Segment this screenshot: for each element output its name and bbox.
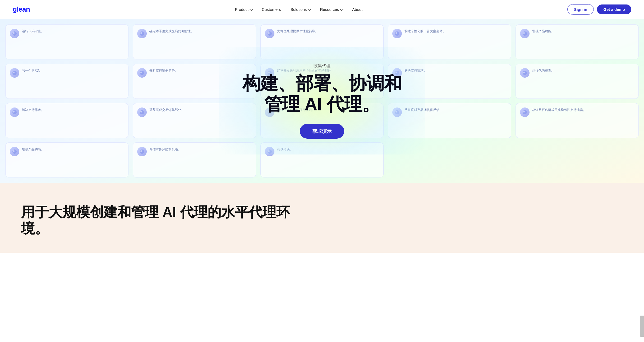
bg-card-icon [137,68,147,78]
chevron-down-icon [340,7,343,11]
bg-card-icon [10,147,19,156]
hero-section: 运行代码审查。 确定本季度完成交易的可能性。 为每位经理提供个性化辅导。 [0,19,644,183]
svg-point-6 [395,31,399,36]
bg-card-icon [520,68,530,78]
bg-card-icon [137,29,147,38]
bg-card-icon [520,107,530,117]
svg-point-8 [523,31,527,36]
svg-point-9 [523,32,525,34]
bg-card-icon [10,107,19,117]
bg-card: 运行代码审查。 [516,64,639,99]
bg-card-text: 写一个 PRD。 [22,68,42,73]
nav-label-resources: Resources [320,7,339,12]
nav-item-product[interactable]: Product [231,5,256,14]
bg-card-text: 构建个性化的广告文案变体。 [404,29,446,34]
bg-card-text: 分析支持案例趋势。 [149,68,178,73]
chevron-down-icon [249,7,253,11]
svg-point-2 [140,31,144,36]
hero-label: 收集代理 [240,63,404,69]
nav-item-about[interactable]: About [348,5,366,14]
bg-card-icon [137,147,147,156]
svg-point-12 [140,71,144,75]
nav-label-about: About [352,7,362,12]
svg-point-11 [13,72,15,73]
bg-card-icon [137,107,147,117]
nav-item-solutions[interactable]: Solutions [287,5,314,14]
bg-card-text: 某某完成交易订单部分。 [149,107,184,112]
svg-point-0 [12,31,17,36]
bg-card: 培训数百名新成员或季节性支持成员。 [516,103,639,138]
bg-card: 写一个 PRD。 [5,64,128,99]
svg-point-5 [268,32,270,34]
bg-card-text: 评估财务风险和机遇。 [149,147,181,152]
svg-point-13 [140,72,142,73]
svg-point-22 [140,110,144,114]
bg-card-icon [520,29,530,38]
bg-card-icon [265,29,274,38]
hero-cta-button[interactable]: 获取演示 [300,124,344,139]
nav-item-customers[interactable]: Customers [258,5,285,14]
bg-card-text: 培训数百名新成员或季节性支持成员。 [532,107,586,112]
logo[interactable]: glean [13,5,30,13]
bg-card-text: 解决支持需求。 [22,107,44,112]
logo-text: glean [13,5,30,13]
bg-card-text: 为每位经理提供个性化辅导。 [277,29,318,34]
nav-actions: Sign in Get a demo [567,4,631,15]
svg-point-18 [523,71,527,75]
bg-card-icon [10,68,19,78]
svg-point-1 [13,32,15,34]
svg-point-32 [140,149,144,154]
get-demo-button[interactable]: Get a demo [597,4,631,14]
bg-card: 增强产品功能。 [516,24,639,59]
chevron-down-icon [308,7,311,11]
hero-center: 收集代理 构建、部署、协调和管理 AI 代理。 获取演示 [219,47,425,154]
sign-in-button[interactable]: Sign in [567,4,594,15]
svg-point-29 [523,111,525,113]
bg-card-text: 增强产品功能。 [532,29,554,34]
bg-card-text: 确定本季度完成交易的可能性。 [149,29,194,34]
svg-point-21 [13,111,15,113]
nav-label-customers: Customers [262,7,281,12]
svg-point-19 [523,72,525,73]
svg-point-23 [140,111,142,113]
svg-point-10 [12,71,17,75]
svg-point-28 [523,110,527,114]
nav-links: Product Customers Solutions Resources Ab… [231,5,366,14]
bottom-title: 用于大规模创建和管理 AI 代理的水平代理环境。 [21,204,312,237]
nav-label-product: Product [235,7,249,12]
svg-point-4 [268,31,272,36]
svg-point-33 [140,150,142,152]
bg-card-icon [10,29,19,38]
bg-card: 运行代码审查。 [5,24,128,59]
bg-card-text: 运行代码审查。 [22,29,44,34]
svg-point-20 [12,110,17,114]
nav-item-resources[interactable]: Resources [316,5,346,14]
navbar: glean Product Customers Solutions Resour… [0,0,644,19]
nav-label-solutions: Solutions [291,7,307,12]
svg-point-30 [12,149,17,154]
bottom-section: 用于大规模创建和管理 AI 代理的水平代理环境。 [0,183,644,253]
bg-card-icon [392,29,402,38]
bg-card-text: 运行代码审查。 [532,68,554,73]
hero-title: 构建、部署、协调和管理 AI 代理。 [240,73,404,114]
svg-point-31 [13,150,15,152]
bg-card: 增强产品功能。 [5,142,128,177]
svg-point-3 [140,32,142,34]
svg-point-7 [395,32,397,34]
bg-card-text: 增强产品功能。 [22,147,44,152]
bg-card: 解决支持需求。 [5,103,128,138]
